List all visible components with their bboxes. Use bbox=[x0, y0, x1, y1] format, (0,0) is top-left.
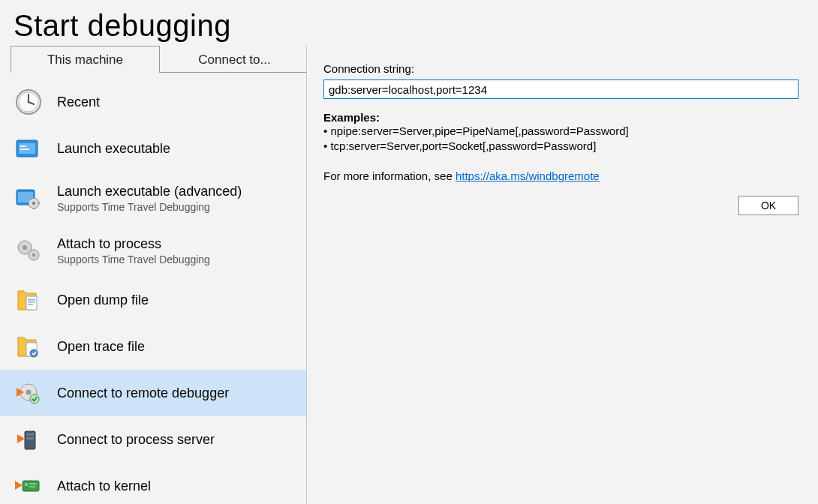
svg-rect-21 bbox=[26, 296, 37, 310]
opt-attach-to-kernel[interactable]: Attach to kernel bbox=[0, 463, 306, 504]
examples-heading: Examples: bbox=[323, 111, 798, 124]
opt-connect-process-server[interactable]: Connect to process server bbox=[0, 416, 306, 463]
svg-rect-38 bbox=[29, 486, 35, 488]
svg-point-26 bbox=[30, 350, 38, 357]
svg-point-12 bbox=[32, 202, 35, 205]
remote-debugger-icon bbox=[14, 378, 44, 408]
svg-rect-32 bbox=[26, 434, 34, 436]
opt-label: Connect to remote debugger bbox=[57, 386, 229, 401]
launch-icon bbox=[14, 134, 44, 164]
opt-open-dump-file[interactable]: Open dump file bbox=[0, 277, 306, 323]
opt-label: Attach to kernel bbox=[57, 478, 151, 494]
svg-point-4 bbox=[28, 101, 30, 104]
tab-label: Connect to... bbox=[198, 52, 270, 68]
svg-point-30 bbox=[30, 394, 39, 404]
kernel-icon bbox=[14, 471, 44, 501]
svg-marker-39 bbox=[15, 481, 23, 490]
process-server-icon bbox=[14, 424, 44, 454]
example-1: • npipe:server=Server,pipe=PipeName[,pas… bbox=[323, 124, 798, 139]
opt-open-trace-file[interactable]: Open trace file bbox=[0, 323, 306, 370]
opt-label: Open trace file bbox=[57, 339, 145, 355]
opt-sublabel: Supports Time Travel Debugging bbox=[57, 201, 242, 213]
svg-rect-24 bbox=[28, 304, 33, 305]
opt-label: Launch executable (advanced) bbox=[57, 184, 242, 200]
opt-launch-executable-advanced[interactable]: Launch executable (advanced) Supports Ti… bbox=[0, 172, 306, 224]
svg-rect-8 bbox=[20, 148, 29, 150]
connection-string-label: Connection string: bbox=[323, 62, 798, 75]
svg-rect-7 bbox=[20, 146, 26, 147]
opt-label: Connect to process server bbox=[57, 432, 215, 448]
trace-file-icon bbox=[14, 332, 44, 362]
dump-file-icon bbox=[14, 285, 44, 315]
more-info-prefix: For more information, see bbox=[323, 170, 456, 182]
tab-this-machine[interactable]: This machine bbox=[11, 46, 160, 73]
example-2: • tcp:server=Server,port=Socket[,passwor… bbox=[323, 139, 798, 154]
page-title: Start debugging bbox=[0, 0, 818, 46]
launch-advanced-icon bbox=[14, 183, 44, 213]
connection-string-input[interactable] bbox=[323, 80, 798, 99]
svg-marker-34 bbox=[17, 434, 25, 443]
opt-label: Recent bbox=[57, 94, 100, 110]
svg-rect-22 bbox=[28, 299, 35, 301]
svg-rect-23 bbox=[28, 302, 35, 303]
svg-point-18 bbox=[23, 245, 27, 250]
tab-connect-to[interactable]: Connect to... bbox=[160, 46, 309, 73]
ok-button[interactable]: OK bbox=[738, 196, 798, 215]
right-pane: Connection string: Examples: • npipe:ser… bbox=[307, 46, 818, 504]
clock-icon bbox=[14, 87, 44, 117]
opt-label: Open dump file bbox=[57, 292, 149, 308]
opt-label: Launch executable bbox=[57, 141, 170, 157]
svg-point-20 bbox=[32, 254, 36, 257]
opt-sublabel: Supports Time Travel Debugging bbox=[57, 254, 210, 266]
opt-recent[interactable]: Recent bbox=[0, 79, 306, 125]
svg-rect-36 bbox=[25, 483, 28, 486]
tabs: This machine Connect to... bbox=[11, 46, 306, 73]
tab-label: This machine bbox=[47, 52, 123, 68]
opt-connect-remote-debugger[interactable]: Connect to remote debugger bbox=[0, 370, 306, 416]
svg-rect-37 bbox=[29, 483, 37, 484]
opt-attach-to-process[interactable]: Attach to process Supports Time Travel D… bbox=[0, 224, 306, 277]
svg-point-28 bbox=[26, 390, 32, 395]
more-info-line: For more information, see https://aka.ms… bbox=[323, 170, 798, 182]
left-pane: This machine Connect to... bbox=[0, 46, 306, 504]
opt-launch-executable[interactable]: Launch executable bbox=[0, 125, 306, 172]
more-info-link[interactable]: https://aka.ms/windbgremote bbox=[456, 170, 600, 182]
option-list: Recent Launch executable bbox=[0, 79, 306, 504]
gears-icon bbox=[14, 236, 44, 266]
opt-label: Attach to process bbox=[57, 236, 210, 252]
svg-rect-33 bbox=[26, 437, 34, 440]
